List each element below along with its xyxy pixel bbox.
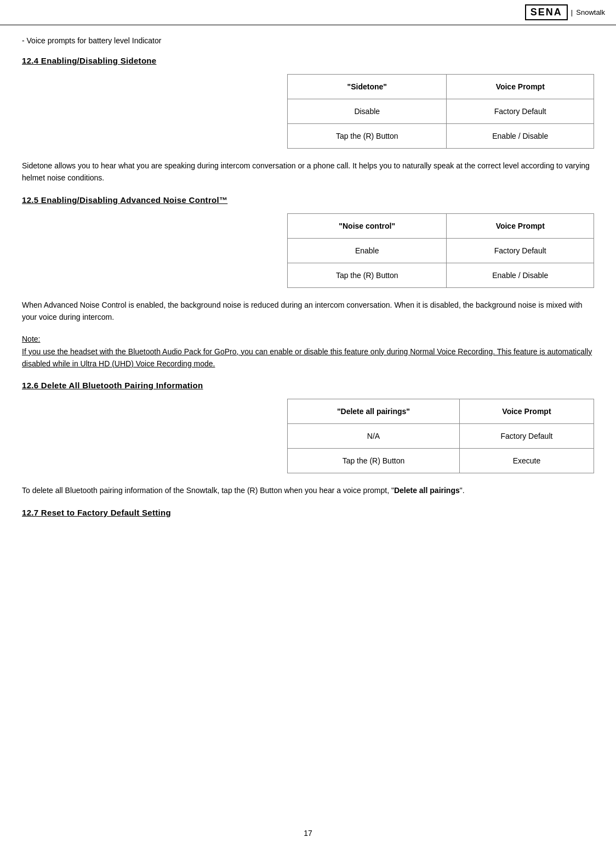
table-cell: Tap the (R) Button [288, 449, 460, 473]
table-cell: Enable / Disable [447, 263, 594, 287]
table-cell: N/A [288, 424, 460, 449]
table-row: Enable Factory Default [288, 238, 594, 263]
table-row: "Noise control" Voice Prompt [288, 213, 594, 238]
logo-area: SENA | Snowtalk [525, 4, 605, 20]
table-col1-header: "Delete all pairings" [288, 399, 460, 424]
desc-part1: To delete all Bluetooth pairing informat… [22, 486, 394, 495]
table-col2-header: Voice Prompt [459, 399, 594, 424]
table-row: Tap the (R) Button Execute [288, 449, 594, 473]
section-12-4-table-container: "Sidetone" Voice Prompt Disable Factory … [22, 74, 594, 149]
note-section: Note: If you use the headset with the Bl… [22, 335, 594, 370]
section-12-5: 12.5 Enabling/Disabling Advanced Noise C… [22, 195, 594, 370]
table-row: N/A Factory Default [288, 424, 594, 449]
page-header: SENA | Snowtalk [0, 0, 616, 25]
section-12-6-description: To delete all Bluetooth pairing informat… [22, 484, 594, 496]
note-text: If you use the headset with the Bluetoot… [22, 346, 594, 370]
table-cell: Disable [288, 99, 447, 124]
table-col1-header: "Sidetone" [288, 75, 447, 99]
table-row: Tap the (R) Button Enable / Disable [288, 263, 594, 287]
table-cell: Execute [459, 449, 594, 473]
section-12-5-table: "Noise control" Voice Prompt Enable Fact… [287, 213, 594, 288]
product-name: Snowtalk [576, 8, 605, 16]
note-text-content: If you use the headset with the Bluetoot… [22, 347, 592, 368]
table-row: "Delete all pairings" Voice Prompt [288, 399, 594, 424]
section-12-5-title: 12.5 Enabling/Disabling Advanced Noise C… [22, 195, 594, 205]
section-12-5-description: When Advanced Noise Control is enabled, … [22, 299, 594, 324]
sena-logo: SENA [525, 4, 568, 20]
table-col2-header: Voice Prompt [447, 75, 594, 99]
section-12-4-title: 12.4 Enabling/Disabling Sidetone [22, 56, 594, 65]
table-cell: Enable / Disable [447, 124, 594, 149]
table-cell: Tap the (R) Button [288, 263, 447, 287]
table-cell: Factory Default [447, 238, 594, 263]
table-cell: Factory Default [459, 424, 594, 449]
page-footer: 17 [0, 829, 616, 838]
section-12-4: 12.4 Enabling/Disabling Sidetone "Sideto… [22, 56, 594, 184]
table-row: Tap the (R) Button Enable / Disable [288, 124, 594, 149]
section-12-7-title: 12.7 Reset to Factory Default Setting [22, 508, 594, 517]
section-12-6-title: 12.6 Delete All Bluetooth Pairing Inform… [22, 381, 594, 390]
table-cell: Tap the (R) Button [288, 124, 447, 149]
page-number: 17 [304, 829, 312, 838]
section-12-5-table-container: "Noise control" Voice Prompt Enable Fact… [22, 213, 594, 288]
table-row: Disable Factory Default [288, 99, 594, 124]
section-12-6-table: "Delete all pairings" Voice Prompt N/A F… [287, 399, 594, 473]
intro-text: - Voice prompts for battery level Indica… [22, 36, 594, 45]
table-col2-header: Voice Prompt [447, 213, 594, 238]
header-separator: | [571, 8, 573, 16]
table-row: "Sidetone" Voice Prompt [288, 75, 594, 99]
table-cell: Enable [288, 238, 447, 263]
page-content: - Voice prompts for battery level Indica… [0, 25, 616, 548]
section-12-6: 12.6 Delete All Bluetooth Pairing Inform… [22, 381, 594, 496]
section-12-7: 12.7 Reset to Factory Default Setting [22, 508, 594, 517]
note-label: Note: [22, 335, 594, 343]
desc-part2: ". [460, 486, 465, 495]
table-col1-header: "Noise control" [288, 213, 447, 238]
section-12-6-table-container: "Delete all pairings" Voice Prompt N/A F… [22, 399, 594, 473]
section-12-4-description: Sidetone allows you to hear what you are… [22, 160, 594, 184]
table-cell: Factory Default [447, 99, 594, 124]
desc-bold: Delete all pairings [394, 486, 460, 495]
section-12-4-table: "Sidetone" Voice Prompt Disable Factory … [287, 74, 594, 149]
